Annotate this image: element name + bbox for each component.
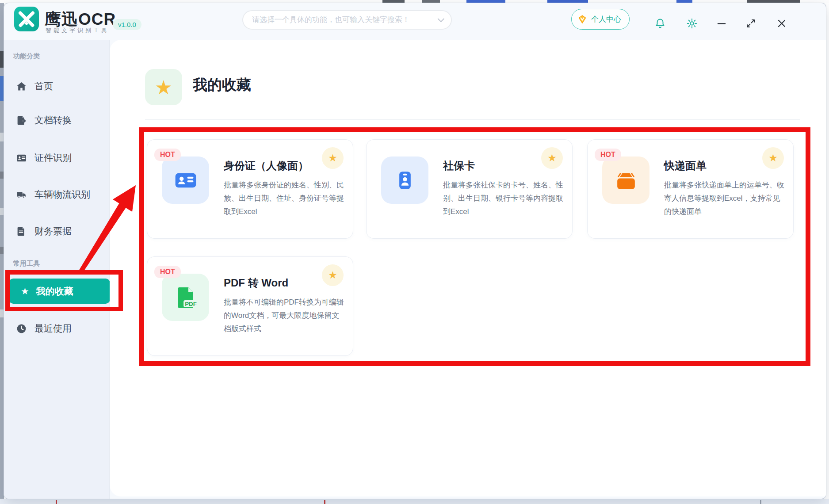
background-fragment	[0, 76, 4, 101]
card-description: 批量将多张身份证的姓名、性别、民族、出生日期、住址、身份证号等提取到Excel	[224, 179, 344, 218]
sidebar-item-label: 首页	[34, 80, 53, 92]
card-title: 身份证（人像面）	[224, 159, 330, 173]
id-card-icon	[16, 153, 27, 164]
content-panel: ★ 我的收藏 HOT 身份证（人像面） 批量将多张身份证的姓名、性别、民族、出生…	[110, 40, 826, 496]
card-description: 批量将不可编辑的PDF转换为可编辑的Word文档，可最大限度地保留文档版式样式	[224, 296, 344, 336]
favorite-star-button[interactable]: ★	[322, 264, 344, 286]
package-feature-icon	[602, 157, 649, 204]
background-fragment	[0, 208, 4, 215]
svg-text:PDF: PDF	[185, 300, 197, 307]
sidebar-item-label: 财务票据	[34, 225, 72, 237]
feature-card-pdf-to-word[interactable]: HOT PDF PDF 转 Word 批量将不可编辑的PDF转换为可编辑的Wor…	[147, 256, 353, 356]
background-fragment	[0, 133, 4, 141]
feature-card-express-waybill[interactable]: HOT 快递面单 批量将多张快递面单上的运单号、收寄人信息等提取到Excel，支…	[587, 139, 794, 239]
card-title: 社保卡	[443, 159, 549, 173]
chevron-down-icon[interactable]	[438, 15, 445, 22]
background-fragment	[324, 500, 325, 504]
background-fragment	[0, 51, 4, 68]
version-badge: v1.0.0	[113, 19, 141, 30]
sidebar-section-functions: 功能分类	[13, 52, 40, 61]
card-title: PDF 转 Word	[224, 276, 330, 290]
app-logo-icon	[14, 7, 39, 31]
app-subtitle: 智能文字识别工具	[46, 27, 109, 34]
sidebar: 功能分类 首页 文档转换 证件识别	[4, 40, 110, 499]
close-button[interactable]	[774, 15, 790, 31]
background-fragment	[422, 0, 440, 3]
sidebar-item-label: 车辆物流识别	[34, 188, 90, 201]
background-fragment	[747, 0, 800, 3]
sidebar-item-label: 最近使用	[34, 322, 72, 335]
feature-card-id-card-portrait[interactable]: HOT 身份证（人像面） 批量将多张身份证的姓名、性别、民族、出生日期、住址、身…	[147, 139, 353, 239]
personal-center-label: 个人中心	[591, 14, 621, 24]
feature-card-social-security-card[interactable]: 社保卡 批量将多张社保卡的卡号、姓名、性别、出生日期、银行卡号等内容提取到Exc…	[366, 139, 573, 239]
sidebar-item-home[interactable]: 首页	[4, 76, 109, 97]
background-window-sliver-bottom	[0, 499, 829, 504]
page-title: 我的收藏	[193, 75, 251, 95]
star-icon: ★	[155, 76, 172, 99]
sidebar-item-label: 文档转换	[34, 114, 72, 126]
background-fragment	[382, 0, 405, 3]
sidebar-item-recently-used[interactable]: 最近使用	[4, 318, 109, 339]
notification-bell-icon[interactable]	[652, 15, 668, 31]
sidebar-item-label: 我的收藏	[36, 285, 73, 298]
page-title-icon-tile: ★	[145, 69, 182, 105]
favorite-star-button[interactable]: ★	[322, 147, 344, 169]
sidebar-item-doc-convert[interactable]: 文档转换	[4, 110, 109, 131]
background-fragment	[56, 500, 57, 504]
invoice-icon	[16, 226, 27, 237]
home-icon	[16, 81, 27, 92]
social-card-feature-icon	[381, 157, 428, 204]
header-divider	[145, 119, 800, 120]
sidebar-item-id-recognition[interactable]: 证件识别	[4, 147, 109, 168]
background-fragment	[547, 0, 588, 3]
id-card-feature-icon	[162, 157, 209, 204]
maximize-button[interactable]	[743, 15, 759, 31]
background-fragment	[466, 0, 505, 3]
background-fragment	[760, 500, 761, 504]
logo-x-glyph	[18, 10, 35, 28]
sidebar-item-vehicle-logistics[interactable]: 车辆物流识别	[4, 184, 109, 205]
background-fragment	[676, 0, 692, 3]
background-fragment	[0, 172, 4, 179]
pdf-file-feature-icon: PDF	[162, 274, 209, 321]
sidebar-item-financial-invoices[interactable]: 财务票据	[4, 221, 109, 242]
function-search-box[interactable]	[242, 10, 452, 30]
minimize-button[interactable]	[714, 15, 730, 31]
star-icon: ★	[21, 286, 29, 297]
personal-center-button[interactable]: 个人中心	[571, 9, 630, 30]
sidebar-item-my-favorites[interactable]: ★ 我的收藏	[9, 279, 110, 304]
hot-badge: HOT	[154, 149, 181, 161]
background-window-sliver-top	[0, 0, 829, 3]
card-description: 批量将多张社保卡的卡号、姓名、性别、出生日期、银行卡号等内容提取到Excel	[443, 179, 563, 218]
truck-icon	[16, 189, 27, 200]
app-window: 鹰迅OCR 智能文字识别工具 v1.0.0 个人中心	[4, 3, 826, 499]
hot-badge: HOT	[595, 149, 621, 161]
vip-diamond-icon	[577, 14, 588, 25]
background-fragment	[0, 247, 4, 254]
favorite-star-button[interactable]: ★	[541, 147, 563, 169]
sidebar-section-tools: 常用工具	[13, 260, 40, 268]
settings-gear-icon[interactable]	[684, 15, 700, 31]
card-title: 快递面单	[664, 159, 770, 173]
document-convert-icon	[16, 115, 27, 126]
card-description: 批量将多张快递面单上的运单号、收寄人信息等提取到Excel，支持常见的快递面单	[664, 179, 784, 218]
sidebar-item-label: 证件识别	[34, 152, 72, 164]
background-fragment	[0, 309, 4, 317]
top-bar: 鹰迅OCR 智能文字识别工具 v1.0.0 个人中心	[4, 3, 826, 40]
search-input[interactable]	[252, 15, 437, 24]
favorite-star-button[interactable]: ★	[762, 147, 784, 169]
clock-icon	[16, 323, 27, 334]
hot-badge: HOT	[154, 266, 181, 278]
